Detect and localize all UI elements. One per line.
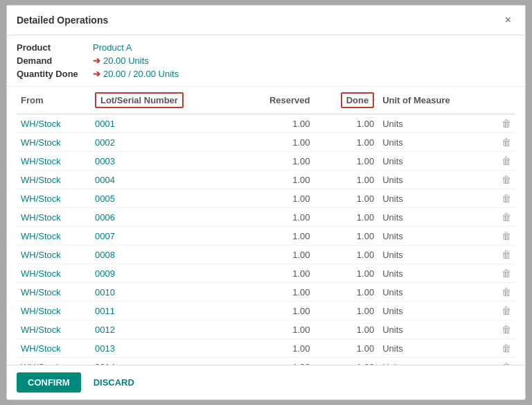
delete-row-button[interactable]: 🗑: [502, 343, 511, 354]
cell-done: 1.00: [314, 339, 378, 358]
delete-row-button[interactable]: 🗑: [502, 137, 511, 148]
quantity-done-label: Quantity Done: [17, 69, 93, 79]
cell-lot: 0002: [91, 133, 239, 152]
cell-action[interactable]: 🗑: [495, 227, 515, 245]
table-row: WH/Stock00061.001.00Units🗑: [17, 208, 515, 227]
modal-overlay: Detailed Operations × Product Product A …: [0, 0, 532, 405]
cell-lot: 0008: [91, 245, 239, 264]
table-row: WH/Stock00141.001.00Units🗑: [17, 358, 515, 365]
delete-row-button[interactable]: 🗑: [502, 268, 511, 279]
table-container[interactable]: From Lot/Serial Number Reserved Done Uni…: [7, 87, 525, 365]
cell-done: 1.00: [314, 189, 378, 208]
cell-action[interactable]: 🗑: [495, 283, 515, 302]
cell-reserved: 1.00: [239, 114, 314, 133]
cell-uom: Units: [378, 114, 495, 133]
cell-uom: Units: [378, 227, 495, 245]
demand-value: 20.00 Units: [103, 55, 149, 66]
close-button[interactable]: ×: [501, 12, 515, 28]
delete-row-button[interactable]: 🗑: [502, 155, 511, 166]
delete-row-button[interactable]: 🗑: [502, 174, 511, 185]
quantity-done-value: 20.00 / 20.00 Units: [103, 69, 179, 79]
cell-reserved: 1.00: [239, 189, 314, 208]
delete-row-button[interactable]: 🗑: [502, 249, 511, 260]
cell-reserved: 1.00: [239, 302, 314, 320]
col-lot: Lot/Serial Number: [91, 87, 239, 114]
modal-header: Detailed Operations ×: [7, 6, 525, 35]
cell-action[interactable]: 🗑: [495, 152, 515, 171]
delete-row-button[interactable]: 🗑: [502, 118, 511, 129]
table-header-row: From Lot/Serial Number Reserved Done Uni…: [17, 87, 515, 114]
cell-action[interactable]: 🗑: [495, 358, 515, 365]
cell-action[interactable]: 🗑: [495, 208, 515, 227]
cell-from: WH/Stock: [17, 152, 91, 171]
cell-action[interactable]: 🗑: [495, 171, 515, 189]
table-row: WH/Stock00051.001.00Units🗑: [17, 189, 515, 208]
delete-row-button[interactable]: 🗑: [502, 230, 511, 241]
cell-reserved: 1.00: [239, 358, 314, 365]
table-row: WH/Stock00021.001.00Units🗑: [17, 133, 515, 152]
cell-lot: 0013: [91, 339, 239, 358]
quantity-done-row: Quantity Done ➔ 20.00 / 20.00 Units: [17, 69, 515, 79]
confirm-button[interactable]: CONFIRM: [17, 372, 81, 393]
table-row: WH/Stock00121.001.00Units🗑: [17, 320, 515, 339]
quantity-done-arrow-icon: ➔: [93, 69, 100, 79]
cell-uom: Units: [378, 283, 495, 302]
cell-uom: Units: [378, 358, 495, 365]
cell-done: 1.00: [314, 114, 378, 133]
cell-from: WH/Stock: [17, 171, 91, 189]
cell-reserved: 1.00: [239, 208, 314, 227]
demand-label: Demand: [17, 55, 93, 66]
col-from: From: [17, 87, 91, 114]
cell-from: WH/Stock: [17, 208, 91, 227]
cell-lot: 0010: [91, 283, 239, 302]
cell-from: WH/Stock: [17, 302, 91, 320]
cell-reserved: 1.00: [239, 245, 314, 264]
delete-row-button[interactable]: 🗑: [502, 324, 511, 335]
delete-row-button[interactable]: 🗑: [502, 212, 511, 223]
col-done: Done: [314, 87, 378, 114]
table-row: WH/Stock00011.001.00Units🗑: [17, 114, 515, 133]
cell-from: WH/Stock: [17, 133, 91, 152]
cell-action[interactable]: 🗑: [495, 264, 515, 283]
delete-row-button[interactable]: 🗑: [502, 305, 511, 316]
table-row: WH/Stock00031.001.00Units🗑: [17, 152, 515, 171]
cell-lot: 0009: [91, 264, 239, 283]
table-row: WH/Stock00131.001.00Units🗑: [17, 339, 515, 358]
cell-action[interactable]: 🗑: [495, 302, 515, 320]
modal: Detailed Operations × Product Product A …: [6, 5, 526, 400]
cell-lot: 0006: [91, 208, 239, 227]
product-value: Product A: [93, 42, 132, 53]
cell-from: WH/Stock: [17, 245, 91, 264]
cell-done: 1.00: [314, 227, 378, 245]
cell-done: 1.00: [314, 208, 378, 227]
cell-action[interactable]: 🗑: [495, 114, 515, 133]
delete-row-button[interactable]: 🗑: [502, 286, 511, 298]
cell-reserved: 1.00: [239, 264, 314, 283]
cell-done: 1.00: [314, 171, 378, 189]
cell-reserved: 1.00: [239, 227, 314, 245]
cell-action[interactable]: 🗑: [495, 320, 515, 339]
cell-uom: Units: [378, 171, 495, 189]
cell-from: WH/Stock: [17, 114, 91, 133]
cell-from: WH/Stock: [17, 227, 91, 245]
cell-done: 1.00: [314, 283, 378, 302]
discard-button[interactable]: DISCARD: [88, 372, 140, 393]
table-row: WH/Stock00071.001.00Units🗑: [17, 227, 515, 245]
cell-uom: Units: [378, 133, 495, 152]
cell-reserved: 1.00: [239, 171, 314, 189]
cell-action[interactable]: 🗑: [495, 245, 515, 264]
table-row: WH/Stock00101.001.00Units🗑: [17, 283, 515, 302]
cell-uom: Units: [378, 320, 495, 339]
table-row: WH/Stock00081.001.00Units🗑: [17, 245, 515, 264]
cell-reserved: 1.00: [239, 283, 314, 302]
cell-uom: Units: [378, 208, 495, 227]
cell-action[interactable]: 🗑: [495, 189, 515, 208]
cell-done: 1.00: [314, 264, 378, 283]
cell-action[interactable]: 🗑: [495, 133, 515, 152]
cell-lot: 0011: [91, 302, 239, 320]
cell-action[interactable]: 🗑: [495, 339, 515, 358]
cell-uom: Units: [378, 339, 495, 358]
delete-row-button[interactable]: 🗑: [502, 193, 511, 204]
modal-body: Product Product A Demand ➔ 20.00 Units Q…: [7, 35, 525, 365]
cell-from: WH/Stock: [17, 264, 91, 283]
